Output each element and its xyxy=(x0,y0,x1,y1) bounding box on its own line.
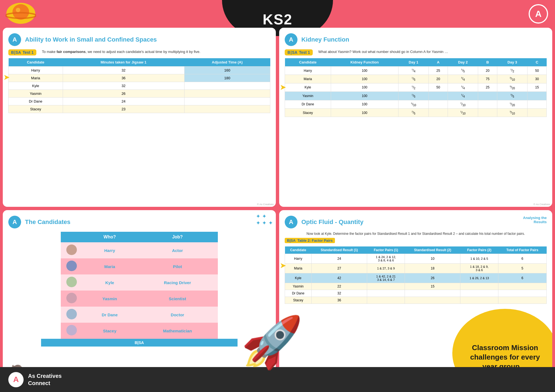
table-row: Dr Dane Doctor xyxy=(61,307,218,323)
factor-pairs-badge: B|SA Table 2: Factor Pairs xyxy=(285,238,335,243)
tl-candidate: Kyle xyxy=(9,82,63,90)
panel-tl-subtitle: To make fair comparisons, we need to adj… xyxy=(42,49,200,54)
stars-decoration: ✦ ✦✦ ✦ ✦ xyxy=(256,213,273,226)
avatar-kyle xyxy=(66,277,77,287)
svg-point-1 xyxy=(12,4,29,20)
table-row: Kyle 32 xyxy=(9,82,270,90)
footer-bar: A As CreativesConnect xyxy=(0,367,555,392)
candidates-table-wrapper: Who? Job? Harry Actor Maria xyxy=(8,232,270,347)
tl-table-wrapper: ➤ Candidate Minutes taken for Jigsaw 1 A… xyxy=(8,58,270,113)
table-row: Maria100 1/520 3/475 3/1030 xyxy=(285,75,547,83)
panel-br-title: Optic Fluid - Quantity xyxy=(301,218,364,226)
tr-col-a: A xyxy=(429,58,448,67)
tl-adjusted: 180 xyxy=(184,74,270,82)
table-row: Stacey Mathematician xyxy=(61,323,218,339)
panel-bl-title: The Candidates xyxy=(25,218,70,226)
table-row: Harry100 1/425 1/520 1/250 xyxy=(285,67,547,75)
col-photo xyxy=(61,232,82,242)
tl-col-adjusted: Adjusted Time (A) xyxy=(184,58,270,67)
tl-adjusted xyxy=(184,82,270,90)
avatar-yasmin xyxy=(66,293,77,303)
tr-col-day3: Day 3 xyxy=(497,58,527,67)
br-col-candidate: Candidate xyxy=(285,246,312,254)
panel-top-left-header: A Ability to Work in Small and Confined … xyxy=(8,33,270,46)
panels-container: A Ability to Work in Small and Confined … xyxy=(3,28,552,389)
panel-top-left-title: Ability to Work in Small and Confined Sp… xyxy=(25,36,157,43)
tr-table-wrapper: ➤ Candidate Kidney Function Day 1 A Day … xyxy=(285,58,547,117)
panel-top-right: A Kidney Function B|SA Test 1 What about… xyxy=(279,28,552,207)
table-row: Yasmin100 1/5 1/4 3/5 xyxy=(285,92,547,100)
tl-minutes: 32 xyxy=(63,82,184,90)
panel-br-description: Now look at Kyle. Determine the factor p… xyxy=(285,232,547,236)
tr-col-kf: Kidney Function xyxy=(331,58,398,67)
tr-col-day2: Day 2 xyxy=(448,58,478,67)
br-col-sr2: Standardised Result (2) xyxy=(405,246,460,254)
avatar-maria xyxy=(66,261,77,271)
header-a-logo: A xyxy=(529,4,548,24)
tl-minutes: 36 xyxy=(63,74,184,82)
arrow-tr: ➤ xyxy=(280,83,286,92)
table-row: Kyle100 1/250 1/425 3/2015 xyxy=(285,83,547,91)
panel-bottom-right: A Optic Fluid - Quantity Analysing the R… xyxy=(279,210,552,389)
bisa-badge-tr: B|SA Test 1 xyxy=(285,49,313,55)
table-row: Kyle Racing Driver xyxy=(61,274,218,291)
tl-minutes: 24 xyxy=(63,98,184,105)
panel-tl-desc-row: B|SA Test 1 To make fair comparisons, we… xyxy=(8,49,270,55)
tl-minutes: 23 xyxy=(63,105,184,113)
candidates-table-container: Who? Job? Harry Actor Maria xyxy=(41,232,238,347)
footer-a-icon: A xyxy=(8,372,24,387)
avatar-harry xyxy=(66,245,77,255)
table-row: Dr Dane100 1/10 7/10 1/20 xyxy=(285,100,547,108)
tl-adjusted xyxy=(184,105,270,113)
panel-br-header: A Optic Fluid - Quantity xyxy=(285,216,547,228)
copyright-tl: © As Creatives xyxy=(257,203,274,206)
copyright-tr: © As Creatives xyxy=(533,203,550,206)
panel-bottom-left: A The Candidates ✦ ✦✦ ✦ ✦ Who? Job? xyxy=(3,210,276,389)
table-row: Maria Pilot xyxy=(61,258,218,274)
panel-tr-subtitle: What about Yasmin? Work out what number … xyxy=(318,49,448,54)
tl-candidate: Yasmin xyxy=(9,90,63,98)
table-row: Yasmin 22 15 xyxy=(285,283,547,290)
table-row: Stacey100 2/5 1/10 3/10 xyxy=(285,108,547,117)
tr-col-c: C xyxy=(528,58,547,67)
col-job: Job? xyxy=(137,232,218,242)
candidates-table: Who? Job? Harry Actor Maria xyxy=(61,232,218,339)
header: KS2 A xyxy=(0,0,555,28)
panel-top-left: A Ability to Work in Small and Confined … xyxy=(3,28,276,207)
avatar-drdane xyxy=(66,309,77,319)
tl-adjusted xyxy=(184,90,270,98)
arrow-tl: ➤ xyxy=(3,73,10,82)
table-row: Yasmin 26 xyxy=(9,90,270,98)
panel-a-icon-br: A xyxy=(285,216,297,228)
table-row: Harry 24 1 & 24, 2 & 12,3 & 8, 4 & 6 10 … xyxy=(285,254,547,264)
table-row: Stacey 36 xyxy=(285,297,547,304)
header-title: KS2 xyxy=(263,11,292,28)
footer-brand: As CreativesConnect xyxy=(28,372,62,387)
table-row: Dr Dane 32 xyxy=(285,290,547,297)
candidates-footer: B|SA xyxy=(41,339,238,347)
table-row: Maria 27 1 & 27, 3 & 9 18 1 & 18, 2 & 9,… xyxy=(285,264,547,273)
panel-top-right-title: Kidney Function xyxy=(301,36,349,43)
panel-bl-header: A The Candidates xyxy=(8,216,270,228)
tl-col-candidate: Candidate xyxy=(9,58,63,67)
tl-candidate: Maria xyxy=(9,74,63,82)
tl-adjusted: 160 xyxy=(184,67,270,74)
tl-table: Candidate Minutes taken for Jigsaw 1 Adj… xyxy=(8,58,270,113)
tl-col-minutes: Minutes taken for Jigsaw 1 xyxy=(63,58,184,67)
br-col-fp1: Factor Pairs (1) xyxy=(367,246,405,254)
tr-col-candidate: Candidate xyxy=(285,58,331,67)
table-row: Harry 32 160 xyxy=(9,67,270,74)
table-row: Stacey 23 xyxy=(9,105,270,113)
panel-a-icon-bl: A xyxy=(8,216,21,228)
tr-col-day1: Day 1 xyxy=(398,58,429,67)
panel-a-icon-tr: A xyxy=(285,33,297,46)
panel-a-icon-tl: A xyxy=(8,33,21,46)
table-row: Dr Dane 24 xyxy=(9,98,270,105)
bisa-badge-tl: B|SA Test 1 xyxy=(8,49,36,55)
avatar-stacey xyxy=(66,325,77,335)
table-row: Maria 36 180 xyxy=(9,74,270,82)
br-table: Candidate Standardised Result (1) Factor… xyxy=(285,246,547,304)
tr-col-b: B xyxy=(478,58,497,67)
br-table-wrapper: ➤ Candidate Standardised Result (1) Fact… xyxy=(285,246,547,304)
svg-point-3 xyxy=(16,8,20,12)
